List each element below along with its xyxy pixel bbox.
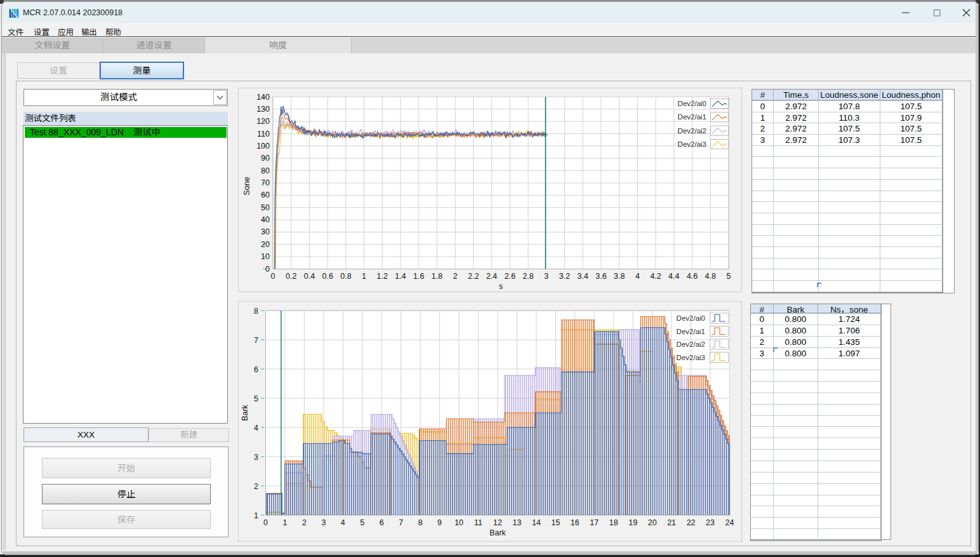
svg-text:9: 9 — [437, 518, 442, 527]
svg-text:2.6: 2.6 — [505, 272, 515, 281]
svg-text:12: 12 — [493, 518, 502, 527]
svg-text:Bark: Bark — [489, 528, 506, 537]
svg-text:10: 10 — [454, 518, 463, 527]
svg-text:0: 0 — [271, 272, 275, 281]
svg-text:14: 14 — [532, 518, 541, 527]
svg-text:7: 7 — [399, 518, 403, 527]
svg-text:3.2: 3.2 — [559, 272, 570, 281]
svg-text:0.8: 0.8 — [340, 272, 351, 281]
svg-text:0.2: 0.2 — [286, 272, 296, 281]
svg-text:Bark: Bark — [241, 404, 249, 420]
svg-text:110: 110 — [257, 130, 270, 138]
svg-text:80: 80 — [261, 166, 270, 175]
svg-text:2: 2 — [254, 482, 258, 491]
svg-text:100: 100 — [256, 142, 270, 151]
svg-text:4: 4 — [341, 518, 345, 527]
svg-text:7: 7 — [254, 336, 258, 345]
svg-text:10: 10 — [261, 252, 270, 261]
svg-text:Dev2/ai1: Dev2/ai1 — [678, 113, 706, 121]
svg-text:3: 3 — [321, 518, 326, 527]
svg-text:2: 2 — [453, 272, 458, 281]
svg-text:Dev2/ai2: Dev2/ai2 — [678, 127, 706, 135]
svg-text:20: 20 — [648, 518, 657, 527]
svg-text:Dev2/ai0: Dev2/ai0 — [677, 314, 705, 322]
svg-text:21: 21 — [667, 518, 676, 527]
svg-text:11: 11 — [474, 518, 482, 527]
svg-text:13: 13 — [513, 518, 522, 527]
svg-text:140: 140 — [256, 93, 270, 102]
svg-text:6: 6 — [254, 365, 258, 374]
svg-text:4.8: 4.8 — [705, 272, 716, 281]
svg-text:1.6: 1.6 — [413, 272, 424, 281]
svg-text:1.8: 1.8 — [432, 272, 442, 281]
svg-text:1.2: 1.2 — [377, 272, 388, 281]
svg-text:30: 30 — [261, 227, 270, 236]
svg-text:5: 5 — [360, 518, 364, 527]
svg-text:Dev2/ai2: Dev2/ai2 — [677, 340, 705, 348]
svg-text:2: 2 — [302, 518, 307, 527]
svg-text:20: 20 — [261, 240, 270, 249]
svg-text:3: 3 — [544, 272, 548, 281]
svg-text:8: 8 — [418, 518, 423, 527]
svg-text:90: 90 — [261, 154, 270, 163]
svg-text:70: 70 — [261, 178, 270, 187]
svg-text:1.4: 1.4 — [395, 272, 406, 281]
svg-text:120: 120 — [256, 117, 270, 126]
svg-text:Dev2/ai0: Dev2/ai0 — [678, 100, 706, 107]
svg-text:5: 5 — [727, 272, 731, 281]
svg-text:22: 22 — [687, 518, 696, 527]
svg-text:0.4: 0.4 — [304, 272, 315, 281]
svg-text:Dev2/ai1: Dev2/ai1 — [677, 328, 705, 335]
svg-text:2.8: 2.8 — [522, 272, 533, 281]
svg-text:4: 4 — [254, 424, 258, 433]
svg-text:0: 0 — [265, 265, 270, 274]
svg-text:3.4: 3.4 — [578, 272, 588, 281]
svg-text:16: 16 — [571, 518, 579, 527]
svg-text:4.4: 4.4 — [668, 272, 679, 281]
svg-text:5: 5 — [254, 394, 258, 403]
svg-text:3.8: 3.8 — [614, 272, 625, 281]
svg-text:4.2: 4.2 — [650, 272, 661, 281]
svg-text:Dev2/ai3: Dev2/ai3 — [677, 354, 705, 361]
svg-text:24: 24 — [725, 518, 734, 527]
svg-text:130: 130 — [256, 105, 270, 114]
svg-text:15: 15 — [551, 518, 560, 527]
svg-text:Sone: Sone — [242, 177, 251, 195]
svg-text:3.6: 3.6 — [595, 272, 606, 281]
svg-text:4: 4 — [635, 272, 640, 281]
svg-text:8: 8 — [254, 307, 258, 316]
svg-text:s: s — [499, 282, 503, 291]
svg-text:3: 3 — [254, 453, 258, 462]
svg-text:60: 60 — [261, 191, 270, 199]
svg-text:Dev2/ai3: Dev2/ai3 — [678, 140, 706, 148]
svg-text:0.6: 0.6 — [322, 272, 333, 281]
svg-text:2.4: 2.4 — [486, 272, 497, 281]
svg-text:17: 17 — [590, 518, 599, 527]
svg-text:18: 18 — [609, 518, 618, 527]
svg-text:40: 40 — [261, 215, 270, 224]
svg-text:23: 23 — [706, 518, 715, 527]
svg-text:4.6: 4.6 — [687, 272, 698, 281]
svg-text:2.2: 2.2 — [468, 272, 479, 281]
svg-text:19: 19 — [628, 518, 637, 527]
svg-text:6: 6 — [380, 518, 384, 527]
svg-text:1: 1 — [254, 511, 258, 520]
svg-text:0: 0 — [263, 518, 268, 527]
svg-text:1: 1 — [362, 272, 366, 281]
svg-text:1: 1 — [283, 518, 288, 527]
svg-text:50: 50 — [261, 203, 270, 212]
